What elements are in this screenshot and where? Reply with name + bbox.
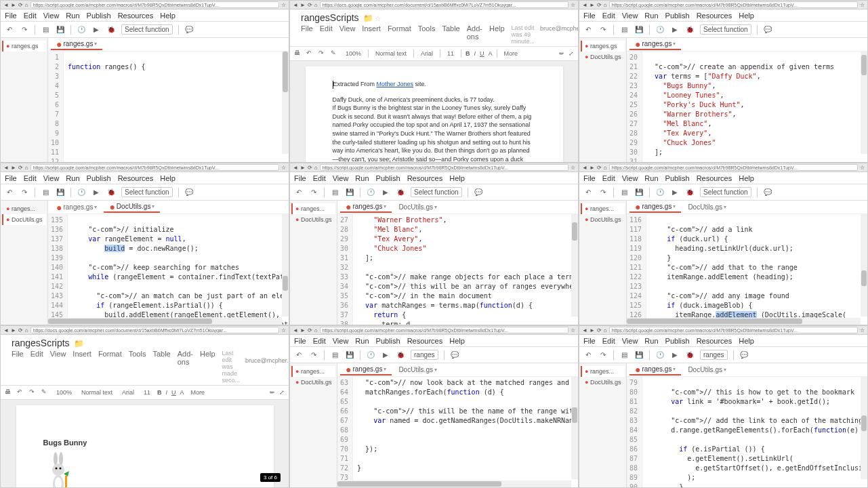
sidebar-file-ranges[interactable]: ● ranges.gs (2, 41, 46, 52)
debug-icon[interactable]: 🐞 (396, 350, 405, 360)
function-select[interactable]: Select function (121, 24, 173, 35)
reload-icon[interactable]: ⟳ (18, 2, 23, 8)
star-icon[interactable]: ☆ (281, 2, 286, 8)
redo-icon[interactable]: ↷ (20, 25, 29, 35)
sidebar-file-docutils[interactable]: ● DocUtils.gs (2, 214, 46, 225)
code-editor[interactable]: 2021222324252627282930313233343536 "c-co… (627, 52, 867, 162)
balloon-icon[interactable]: 💬 (184, 25, 194, 35)
doc-title[interactable]: rangesScripts (301, 12, 359, 23)
script-editor-pane-4: ◄►⟳⌂https://script.google.com/a/mcpher.c… (0, 163, 289, 325)
menu-run[interactable]: Run (66, 12, 79, 20)
docs-menu-format[interactable]: Format (388, 24, 411, 45)
star-icon[interactable]: ☆ (571, 2, 575, 8)
font-select[interactable]: Arial (418, 49, 436, 58)
bold-icon[interactable]: B (466, 50, 470, 57)
zoom-select[interactable]: 100% (343, 49, 364, 58)
menu-view[interactable]: View (43, 12, 60, 20)
sidebar-file-ranges[interactable]: ● ranges... (291, 203, 335, 214)
tab-ranges[interactable]: ●ranges.gs▾ (629, 201, 681, 213)
home-icon[interactable]: ⌂ (25, 2, 28, 8)
expand-icon[interactable]: ⤢ (569, 50, 574, 57)
size-select[interactable]: 11 (445, 49, 457, 58)
sidebar-file-ranges[interactable]: ● ranges.gs (581, 41, 625, 52)
save-icon[interactable]: 💾 (56, 25, 65, 35)
menu-publish[interactable]: Publish (87, 12, 111, 20)
underline-icon[interactable]: U (480, 50, 484, 57)
browser-chrome: ◄►⟳⌂ https://docs.google.com/a/mcpher.co… (290, 1, 578, 9)
svg-point-0 (54, 452, 58, 466)
tab-docutils[interactable]: DocUtils.gs▾ (682, 202, 732, 212)
reload-icon[interactable]: ⟳ (308, 2, 312, 8)
undo-icon[interactable]: ↶ (5, 25, 14, 35)
tab-docutils[interactable]: DocUtils.gs▾ (393, 202, 442, 212)
style-select[interactable]: Normal text (373, 49, 409, 58)
svg-point-1 (59, 452, 63, 466)
docs-menu-file[interactable]: File (301, 24, 313, 45)
docs-menu-edit[interactable]: Edit (320, 24, 333, 45)
docs-menu-tools[interactable]: Tools (418, 24, 436, 45)
para-2: If Bugs Bunny is the brightest star in t… (333, 104, 536, 162)
back-icon[interactable]: ◄ (3, 2, 9, 8)
docs-page[interactable]: Extracted From Mother Jones site. Daffy … (306, 66, 563, 162)
code-editor[interactable]: 272829303132333435363738394041424344 "Wa… (337, 214, 578, 325)
menu-file[interactable]: File (5, 12, 17, 20)
forward-icon[interactable]: ► (300, 2, 306, 8)
debug-icon[interactable]: 🐞 (106, 25, 116, 35)
back-icon[interactable]: ◄ (293, 2, 298, 8)
paint-icon[interactable]: ✎ (331, 49, 339, 58)
sidebar-file-docutils[interactable]: ● DocUtils.gs (291, 214, 335, 225)
tab-ranges[interactable]: ●ranges.gs▾ (340, 201, 392, 213)
menu-help[interactable]: Help (160, 12, 175, 20)
code-editor[interactable]: 1234567891011121314151617 function range… (48, 52, 289, 162)
run-icon[interactable]: ▶ (381, 350, 390, 360)
toolbar: ↶ ↷ ▤ 💾 🕐 ▶ 🐞 Select function 💬 (1, 22, 289, 38)
italic-icon[interactable]: I (474, 50, 476, 57)
star-doc-icon[interactable]: ☆ (375, 15, 381, 22)
docs-menu-help[interactable]: Help (489, 24, 505, 45)
vertical-scrollbar[interactable] (282, 52, 289, 154)
mother-jones-link[interactable]: Mother Jones (377, 81, 414, 87)
docs-menu-insert[interactable]: Insert (362, 24, 381, 45)
sidebar-file-ranges[interactable]: ● ranges... (2, 203, 46, 214)
docs-menu-table[interactable]: Table (442, 24, 459, 45)
indent-icon[interactable]: ▤ (41, 25, 50, 35)
sidebar-file-docutils[interactable]: ● DocUtils.gs (581, 214, 625, 225)
menu-resources[interactable]: Resources (118, 12, 154, 20)
extracted-text: Extracted From (333, 81, 377, 87)
clock-icon[interactable]: 🕐 (77, 25, 86, 35)
bugs-heading: Bugs Bunny (43, 438, 247, 448)
svg-rect-7 (65, 476, 67, 487)
docs-canvas[interactable]: Bugs Bunny 3 of 6 (1, 400, 289, 487)
redo-icon[interactable]: ↷ (318, 49, 327, 58)
run-icon[interactable]: ▶ (91, 25, 101, 35)
sidebar-file-docutils[interactable]: ● DocUtils.gs (581, 52, 625, 62)
docs-menu-view[interactable]: View (339, 24, 356, 45)
forward-icon[interactable]: ► (11, 2, 16, 8)
url-bar[interactable]: https://docs.google.com/a/mcpher.com/doc… (320, 1, 569, 8)
print-icon[interactable]: 🖶 (294, 49, 302, 58)
tab-ranges[interactable]: ●ranges.gs▾ (51, 39, 102, 50)
folder-icon[interactable]: 📁 (363, 14, 373, 23)
tab-ranges[interactable]: ●ranges.gs▾ (629, 39, 681, 50)
folder-icon[interactable]: 📁 (74, 339, 84, 348)
function-select[interactable]: ranges (411, 350, 438, 360)
url-bar[interactable]: https://script.google.com/a/mcpher.com/m… (30, 1, 279, 8)
tab-ranges[interactable]: ●ranges.gs▾ (51, 202, 102, 212)
script-editor-pane-9: ◄►⟳⌂https://script.google.com/a/mcpher.c… (579, 325, 868, 488)
docs-menu-addons[interactable]: Add-ons (467, 24, 482, 45)
docs-canvas[interactable]: Extracted From Mother Jones site. Daffy … (290, 61, 578, 162)
home-icon[interactable]: ⌂ (314, 2, 318, 8)
tab-docutils[interactable]: ●DocUtils.gs▾ (104, 201, 160, 213)
last-edit: Last edit was 49 minute... (512, 24, 535, 45)
code-editor[interactable]: 1351361371381391401411421431441451461471… (48, 214, 289, 325)
text-color-icon[interactable]: A (489, 50, 493, 57)
more-button[interactable]: More (501, 49, 521, 58)
undo-icon[interactable]: ↶ (306, 49, 314, 58)
menu-edit[interactable]: Edit (24, 12, 37, 20)
editing-mode-icon[interactable]: ✏ (559, 50, 564, 57)
code-tabs: ●ranges.gs▾ (48, 38, 289, 52)
doc-title[interactable]: rangesScripts (12, 338, 70, 348)
code-editor[interactable]: 1161171181191201211221231241251261271281… (627, 214, 867, 325)
sidebar-file-ranges[interactable]: ● ranges... (581, 203, 625, 214)
user-email[interactable]: bruce@mcpher.com (540, 25, 579, 32)
